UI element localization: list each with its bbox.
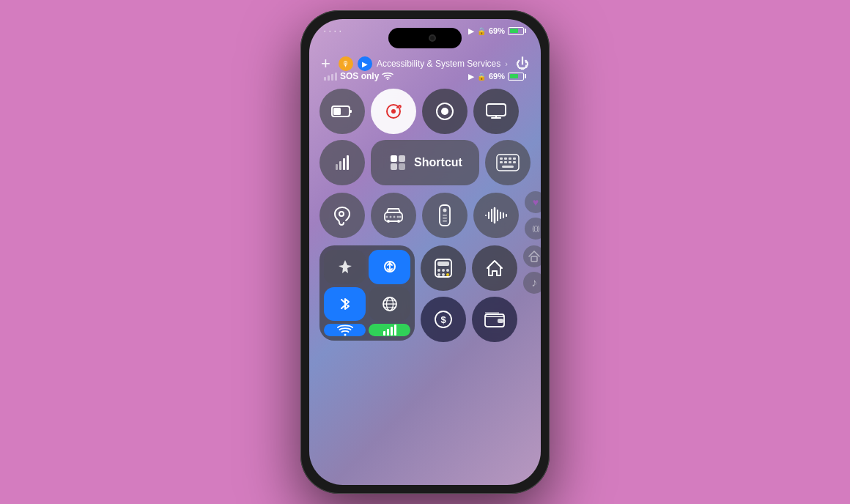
svg-point-60 [446,273,449,276]
svg-point-23 [339,212,344,216]
svg-rect-15 [504,158,507,160]
signal-bars-icon [324,73,337,81]
header-title: Accessibility & System Services [377,59,500,69]
svg-point-47 [344,334,346,336]
svg-point-31 [399,216,402,218]
side-buttons: ♥ ((·)) [525,191,541,240]
svg-point-0 [387,79,388,81]
svg-rect-17 [513,158,516,160]
header-chevron: › [505,59,508,68]
svg-rect-21 [513,161,516,163]
svg-rect-35 [443,218,447,219]
svg-rect-34 [443,215,447,216]
screen-mirror-button[interactable] [473,89,519,134]
svg-rect-10 [399,155,405,162]
svg-rect-16 [509,158,511,160]
svg-rect-66 [531,256,537,262]
shortcut-button[interactable]: Shortcut [371,140,479,185]
location-icon: ▶ [468,27,474,35]
signal-button[interactable] [319,140,365,185]
battery-icon [508,27,526,35]
phone-frame: · · · · ▶ 🔒 69% + 🎙 ▶ Accessibility & Sy… [300,10,550,494]
screen-record-button[interactable] [422,89,468,134]
shortcut-label: Shortcut [414,156,462,169]
battery-button[interactable] [319,89,365,134]
svg-rect-20 [509,161,511,163]
hearing-button[interactable] [319,193,365,238]
cash-button[interactable]: $ [421,297,466,342]
lock-status: 🔒 [477,73,486,81]
svg-rect-12 [399,163,405,170]
svg-point-26 [397,220,400,223]
sound-recognition-button[interactable] [473,193,519,238]
svg-point-25 [387,220,390,223]
signal-status: · · · · [324,28,342,35]
svg-point-27 [386,216,388,218]
battery-status-bar: ▶ 🔒 69% [468,26,526,35]
remote-button[interactable] [422,193,468,238]
home-side-button[interactable] [523,245,541,267]
phone-screen: · · · · ▶ 🔒 69% + 🎙 ▶ Accessibility & Sy… [309,19,541,485]
wifi-status-icon [382,70,393,82]
svg-point-55 [437,269,440,272]
svg-rect-8 [487,104,506,116]
connectivity-group [319,245,415,341]
svg-point-57 [446,269,449,272]
svg-point-56 [442,269,445,272]
location-arrow: ▶ [468,73,474,81]
dynamic-island [388,28,462,48]
signal-side-button[interactable]: ((·)) [525,218,541,240]
svg-rect-18 [500,161,503,163]
svg-point-59 [442,273,445,276]
svg-point-28 [390,216,392,218]
cellular-button[interactable] [369,324,410,336]
control-center: Shortcut [319,89,531,478]
svg-rect-14 [500,158,503,160]
camera-dot [429,34,436,42]
power-button[interactable]: ⏻ [516,56,529,72]
wallet-button[interactable] [472,297,517,342]
airplane-button[interactable] [324,250,366,284]
airdrop-button[interactable] [369,250,410,284]
bluetooth-button[interactable] [324,287,366,322]
keyboard-button[interactable] [485,140,531,185]
mic-badge: 🎙 [339,56,353,71]
cellular-bars [383,325,396,336]
rotation-lock-button[interactable] [371,89,416,134]
calculator-button[interactable] [421,245,466,291]
header-center[interactable]: 🎙 ▶ Accessibility & System Services › [339,56,508,71]
svg-point-30 [397,216,399,218]
svg-rect-36 [443,220,447,222]
location-badge: ▶ [358,56,372,71]
svg-point-33 [443,209,447,212]
svg-point-29 [393,216,396,218]
control-row-1 [319,89,531,134]
svg-rect-64 [498,319,503,323]
battery-pct-text: 69% [489,26,505,35]
subtitle-bar: SOS only ▶ 🔒 69% [309,70,541,82]
svg-point-5 [391,109,396,114]
side-icons-right: ♪ [523,245,541,294]
svg-rect-3 [350,110,352,113]
svg-rect-11 [391,163,397,170]
battery-pct-subtitle: 69% [489,72,505,81]
svg-rect-19 [504,161,507,163]
home-button[interactable] [472,245,517,291]
signal-bars-ctrl [336,155,349,170]
wifi-button[interactable] [324,324,366,336]
svg-rect-9 [391,155,397,162]
svg-point-58 [437,273,440,276]
control-row-3: ♥ ((·)) [319,191,531,240]
control-row-4: $ [319,245,531,342]
sos-text-label: SOS only [340,71,379,81]
svg-text:$: $ [440,314,446,325]
battery-info-subtitle: ▶ 🔒 69% [468,72,526,81]
svg-rect-54 [437,262,449,266]
svg-point-7 [441,108,448,115]
music-side-button[interactable]: ♪ [523,272,541,294]
control-row-2: Shortcut [319,140,531,185]
globe-button[interactable] [369,287,410,322]
health-button[interactable]: ♥ [525,191,541,213]
svg-rect-22 [502,166,514,168]
car-button[interactable] [371,193,416,238]
